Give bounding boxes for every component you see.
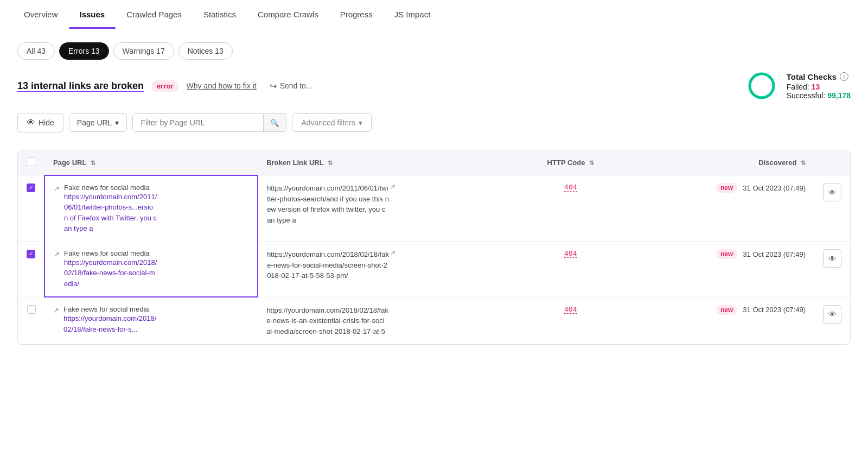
svg-point-1: [750, 74, 774, 98]
new-badge: new: [716, 183, 737, 193]
total-checks-panel: Total Checks i Failed: 13 Successful: 99…: [746, 71, 851, 101]
table-header-row: Page URL ⇅ Broken Link URL ⇅ HTTP Code ⇅: [18, 150, 850, 175]
nav-bar: OverviewIssuesCrawled PagesStatisticsCom…: [0, 0, 868, 29]
nav-item-progress[interactable]: Progress: [329, 0, 384, 29]
row-checkbox-cell: [18, 297, 44, 344]
page-url-dropdown[interactable]: Page URL ▾: [69, 113, 127, 132]
hide-label: Hide: [39, 118, 54, 127]
row-checkbox-cell: ✓: [18, 242, 44, 297]
page-url-link[interactable]: https://yourdomain.com/2018/ 02/18/fake-…: [64, 257, 157, 289]
search-box: 🔍: [132, 113, 286, 132]
http-code-cell: 404: [514, 297, 627, 344]
discovered-cell: new31 Oct 2023 (07:49): [627, 175, 814, 242]
hide-button[interactable]: 👁 Hide: [17, 113, 63, 132]
th-page-url-label: Page URL: [53, 159, 86, 167]
broken-external-icon: ↗: [390, 183, 395, 191]
broken-link-url: https://yourdomain.com/2018/02/18/fak e-…: [267, 249, 389, 281]
nav-item-issues[interactable]: Issues: [69, 0, 116, 29]
external-link-icon: ↗: [53, 306, 59, 314]
th-discovered[interactable]: Discovered ⇅: [627, 150, 814, 175]
discovered-cell: new31 Oct 2023 (07:49): [627, 297, 814, 344]
http-code-value: 404: [564, 249, 577, 258]
page-url-cell: ↗Fake news for social mediahttps://yourd…: [44, 297, 258, 344]
broken-link-url: https://yourdomain.com/2011/06/01/twi tt…: [267, 183, 389, 225]
page-url-cell: ↗Fake news for social mediahttps://yourd…: [44, 175, 258, 242]
http-code-cell: 404: [514, 242, 627, 297]
row-checkbox-0[interactable]: ✓: [27, 183, 35, 192]
nav-item-overview[interactable]: Overview: [13, 0, 69, 29]
row-checkbox-2[interactable]: [27, 305, 36, 314]
th-broken-link[interactable]: Broken Link URL ⇅: [258, 150, 514, 175]
info-icon[interactable]: i: [840, 72, 848, 81]
page-url-title: Fake news for social media: [64, 249, 157, 257]
external-link-icon: ↗: [54, 250, 60, 258]
discovered-cell: new31 Oct 2023 (07:49): [627, 242, 814, 297]
view-cell: 👁: [814, 297, 850, 344]
th-broken-link-label: Broken Link URL: [266, 159, 323, 167]
view-cell: 👁: [814, 242, 850, 297]
eye-icon: 👁: [27, 118, 35, 128]
send-to-label: Send to...: [280, 81, 312, 90]
page-url-link[interactable]: https://yourdomain.com/2018/ 02/18/fake-…: [63, 313, 156, 334]
header-checkbox[interactable]: [27, 157, 35, 166]
sort-icon-http: ⇅: [589, 160, 594, 166]
nav-item-compare-crawls[interactable]: Compare Crawls: [247, 0, 329, 29]
success-stat: Successful: 99,178: [787, 91, 851, 100]
send-icon: ↪: [270, 81, 277, 91]
http-code-value: 404: [564, 305, 577, 314]
total-checks-label: Total Checks: [787, 72, 837, 81]
nav-item-crawled-pages[interactable]: Crawled Pages: [116, 0, 193, 29]
chevron-down-icon: ▾: [115, 118, 119, 127]
failed-stat: Failed: 13: [787, 83, 851, 91]
page-url-link[interactable]: https://yourdomain.com/2011/ 06/01/twitt…: [64, 192, 157, 234]
donut-svg: [746, 71, 777, 101]
new-badge: new: [716, 249, 737, 259]
sort-icon-discovered: ⇅: [801, 160, 806, 166]
discovered-date: 31 Oct 2023 (07:49): [743, 250, 806, 258]
fix-link[interactable]: Why and how to fix it: [186, 81, 256, 90]
th-actions: [814, 150, 850, 175]
new-badge: new: [716, 305, 737, 315]
nav-item-js-impact[interactable]: JS Impact: [384, 0, 442, 29]
view-cell: 👁: [814, 175, 850, 242]
pill-warnings[interactable]: Warnings 17: [113, 42, 174, 60]
filter-pills: All 43Errors 13Warnings 17Notices 13: [17, 42, 851, 60]
donut-chart: [746, 71, 777, 101]
issues-table: Page URL ⇅ Broken Link URL ⇅ HTTP Code ⇅: [17, 150, 851, 345]
broken-link-url: https://yourdomain.com/2018/02/18/fak e-…: [266, 305, 388, 337]
view-button[interactable]: 👁: [823, 249, 841, 268]
view-button[interactable]: 👁: [823, 183, 841, 201]
page-url-cell: ↗Fake news for social mediahttps://yourd…: [44, 242, 258, 297]
table-row: ✓↗Fake news for social mediahttps://your…: [18, 242, 850, 297]
search-input[interactable]: [133, 114, 263, 131]
http-code-value: 404: [564, 183, 577, 192]
broken-link-cell: https://yourdomain.com/2011/06/01/twi tt…: [258, 175, 514, 242]
http-code-cell: 404: [514, 175, 627, 242]
page-url-title: Fake news for social media: [64, 183, 157, 192]
chevron-down-icon-2: ▾: [359, 118, 362, 127]
row-checkbox-cell: ✓: [18, 175, 44, 242]
broken-link-cell: https://yourdomain.com/2018/02/18/fak e-…: [258, 242, 514, 297]
external-link-icon: ↗: [54, 185, 60, 193]
send-to-button[interactable]: ↪ Send to...: [270, 81, 312, 91]
discovered-date: 31 Oct 2023 (07:49): [743, 184, 806, 192]
th-page-url[interactable]: Page URL ⇅: [44, 150, 258, 175]
search-button[interactable]: 🔍: [263, 115, 286, 131]
search-icon: 🔍: [270, 119, 279, 127]
view-button[interactable]: 👁: [823, 305, 841, 324]
error-badge: error: [151, 80, 178, 92]
broken-external-icon: ↗: [390, 249, 395, 257]
nav-item-statistics[interactable]: Statistics: [193, 0, 247, 29]
discovered-date: 31 Oct 2023 (07:49): [743, 306, 806, 314]
th-http-code-label: HTTP Code: [547, 159, 585, 167]
pill-errors[interactable]: Errors 13: [59, 42, 109, 60]
advanced-filters-button[interactable]: Advanced filters ▾: [292, 113, 372, 132]
th-http-code[interactable]: HTTP Code ⇅: [514, 150, 627, 175]
row-checkbox-1[interactable]: ✓: [27, 250, 35, 258]
th-discovered-label: Discovered: [758, 159, 796, 167]
failed-count: 13: [812, 83, 820, 91]
pill-notices[interactable]: Notices 13: [178, 42, 233, 60]
pill-all[interactable]: All 43: [17, 42, 55, 60]
sort-icon-broken-link: ⇅: [328, 160, 333, 166]
page-url-title: Fake news for social media: [63, 305, 156, 313]
